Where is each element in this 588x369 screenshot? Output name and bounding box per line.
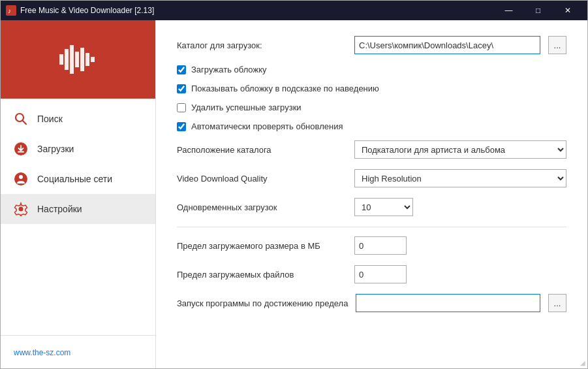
content-area: Каталог для загрузок: ... Загружать обло… (156, 20, 587, 368)
max-size-row: Предел загружаемого размера в МБ (177, 236, 566, 255)
cb2-row: Показывать обложку в подсказке по наведе… (177, 84, 566, 93)
divider (177, 227, 566, 227)
simultaneous-row: Одновременных загрузок 1 2 3 4 5 6 7 8 9… (177, 198, 566, 216)
sidebar-downloads-label: Загрузки (37, 144, 74, 154)
max-size-input[interactable] (354, 236, 407, 255)
maximize-button[interactable]: □ (523, 1, 553, 20)
simultaneous-select[interactable]: 1 2 3 4 5 6 7 8 9 10 (354, 198, 413, 216)
max-size-label: Предел загружаемого размера в МБ (177, 241, 347, 251)
download-dir-row: Каталог для загрузок: ... (177, 36, 566, 54)
sidebar-item-downloads[interactable]: Загрузки (1, 134, 155, 164)
sidebar-settings-label: Настройки (37, 204, 82, 214)
sidebar-footer: www.the-sz.com (1, 335, 155, 368)
search-icon (14, 112, 28, 126)
website-link[interactable]: www.the-sz.com (14, 348, 70, 357)
cb1-row: Загружать обложку (177, 65, 566, 74)
cb3-label[interactable]: Удалить успешные загрузки (191, 103, 302, 112)
svg-point-15 (19, 175, 23, 179)
sidebar-item-search[interactable]: Поиск (1, 104, 155, 134)
app-logo (55, 40, 101, 79)
sidebar-item-settings[interactable]: Настройки (1, 194, 155, 224)
download-dir-input[interactable] (354, 36, 540, 54)
video-quality-select[interactable]: High Resolution Medium Resolution Low Re… (354, 169, 566, 187)
cb-delete-success-checkbox[interactable] (177, 103, 186, 112)
svg-rect-9 (91, 57, 95, 62)
catalog-location-row: Расположение каталога Подкаталоги для ар… (177, 140, 566, 159)
max-files-row: Предел загружаемых файлов (177, 265, 566, 283)
cb4-row: Автоматически проверять обновления (177, 121, 566, 131)
settings-icon (14, 202, 28, 216)
sidebar-social-label: Социальные сети (37, 174, 112, 184)
svg-point-16 (19, 207, 23, 212)
sidebar-header (1, 20, 155, 99)
minimize-button[interactable]: — (494, 1, 523, 20)
sidebar-search-label: Поиск (37, 114, 63, 124)
main-layout: Поиск Загрузки (1, 20, 587, 368)
cb3-row: Удалить успешные загрузки (177, 103, 566, 112)
svg-rect-6 (75, 52, 79, 67)
browse-launch-button[interactable]: ... (548, 294, 566, 312)
download-icon (14, 142, 28, 156)
svg-text:♪: ♪ (8, 7, 11, 14)
social-icon (14, 172, 28, 186)
launch-input[interactable] (356, 294, 540, 312)
titlebar: ♪ Free Music & Video Downloader [2.13] —… (1, 1, 587, 20)
sidebar: Поиск Загрузки (1, 20, 156, 368)
cb-auto-update-checkbox[interactable] (177, 122, 186, 131)
launch-row: Запуск программы по достижению предела .… (177, 294, 566, 312)
svg-rect-7 (80, 48, 84, 71)
cb4-label[interactable]: Автоматически проверять обновления (191, 121, 343, 131)
browse-dir-button[interactable]: ... (548, 36, 566, 54)
app-icon: ♪ (6, 5, 16, 16)
sidebar-nav: Поиск Загрузки (1, 99, 155, 335)
video-quality-row: Video Download Quality High Resolution M… (177, 169, 566, 187)
close-button[interactable]: ✕ (553, 1, 582, 20)
app-window: ♪ Free Music & Video Downloader [2.13] —… (0, 0, 588, 369)
svg-line-11 (23, 121, 27, 125)
cb1-label[interactable]: Загружать обложку (191, 65, 266, 74)
video-quality-label: Video Download Quality (177, 174, 347, 184)
max-files-input[interactable] (354, 265, 407, 283)
launch-label: Запуск программы по достижению предела (177, 298, 348, 308)
svg-rect-8 (85, 53, 89, 66)
simultaneous-label: Одновременных загрузок (177, 202, 347, 212)
sidebar-item-social[interactable]: Социальные сети (1, 164, 155, 194)
download-dir-label: Каталог для загрузок: (177, 40, 347, 50)
cb-cover-checkbox[interactable] (177, 65, 186, 74)
window-title: Free Music & Video Downloader [2.13] (20, 6, 494, 15)
resize-handle[interactable]: ◢ (580, 359, 585, 366)
svg-rect-4 (65, 49, 69, 70)
cb2-label[interactable]: Показывать обложку в подсказке по наведе… (191, 84, 379, 93)
catalog-location-label: Расположение каталога (177, 145, 347, 155)
max-files-label: Предел загружаемых файлов (177, 270, 347, 280)
window-controls: — □ ✕ (494, 1, 582, 20)
svg-rect-3 (59, 54, 63, 65)
catalog-location-select[interactable]: Подкаталоги для артиста и альбома Один к… (354, 140, 566, 159)
svg-rect-5 (70, 45, 74, 74)
cb-show-cover-checkbox[interactable] (177, 84, 186, 93)
